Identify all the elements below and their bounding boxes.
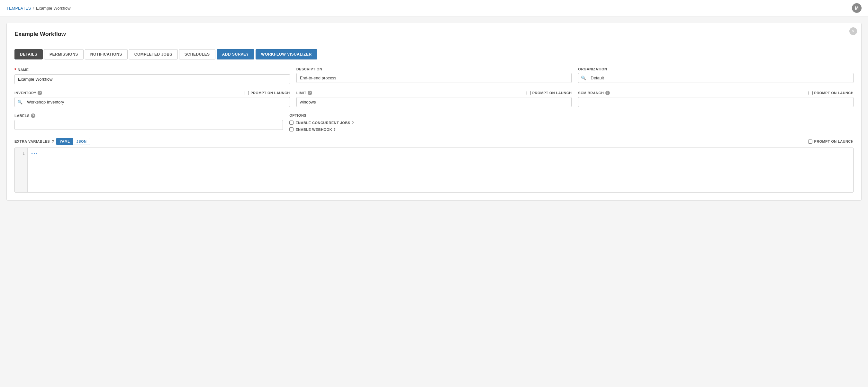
card-wrapper: Example Workflow × DETAILS PERMISSIONS N… bbox=[6, 23, 862, 200]
extra-vars-section: EXTRA VARIABLES ? YAML JSON PROMPT ON LA… bbox=[14, 138, 854, 193]
enable-webhook-checkbox[interactable] bbox=[289, 127, 293, 131]
tab-permissions[interactable]: PERMISSIONS bbox=[44, 49, 84, 60]
scm-branch-input[interactable] bbox=[578, 97, 854, 107]
breadcrumb: TEMPLATES / Example Workflow bbox=[6, 6, 70, 10]
breadcrumb-current: Example Workflow bbox=[36, 6, 70, 10]
options-section: ENABLE CONCURRENT JOBS ? ENABLE WEBHOOK … bbox=[289, 121, 854, 131]
main-content: Example Workflow × DETAILS PERMISSIONS N… bbox=[0, 17, 868, 207]
inventory-input[interactable] bbox=[25, 97, 290, 107]
limit-help-icon[interactable]: ? bbox=[308, 91, 312, 95]
extra-vars-prompt-checkbox[interactable] bbox=[808, 139, 812, 144]
scm-branch-prompt-checkbox[interactable] bbox=[808, 91, 813, 95]
enable-webhook-help-icon[interactable]: ? bbox=[333, 128, 336, 131]
inventory-prompt-label[interactable]: PROMPT ON LAUNCH bbox=[245, 91, 290, 95]
form-group-labels: LABELS ? bbox=[14, 114, 283, 131]
organization-label: ORGANIZATION bbox=[578, 67, 854, 71]
form-row-1: * NAME DESCRIPTION ORGANIZATION 🔍 bbox=[14, 67, 854, 84]
tab-add-survey[interactable]: ADD SURVEY bbox=[217, 49, 254, 60]
inventory-prompt-label-text: PROMPT ON LAUNCH bbox=[250, 91, 290, 95]
extra-vars-help-icon[interactable]: ? bbox=[52, 139, 54, 143]
labels-label: LABELS ? bbox=[14, 114, 283, 118]
labels-label-text: LABELS bbox=[14, 114, 30, 118]
organization-search-icon: 🔍 bbox=[578, 73, 589, 83]
line-number-1: 1 bbox=[18, 151, 25, 156]
organization-input-wrapper: 🔍 bbox=[578, 73, 854, 83]
inventory-label-text: INVENTORY bbox=[14, 91, 36, 95]
form-group-name: * NAME bbox=[14, 67, 290, 84]
name-required: * bbox=[14, 67, 17, 72]
tabs-bar: DETAILS PERMISSIONS NOTIFICATIONS COMPLE… bbox=[14, 49, 854, 60]
limit-input[interactable] bbox=[297, 97, 572, 107]
enable-webhook-label-text: ENABLE WEBHOOK bbox=[296, 128, 332, 131]
form-group-description: DESCRIPTION bbox=[297, 67, 572, 84]
extra-vars-label: EXTRA VARIABLES ? YAML JSON bbox=[14, 138, 90, 145]
form-group-inventory: INVENTORY ? PROMPT ON LAUNCH 🔍 bbox=[14, 91, 290, 107]
scm-branch-label-text: SCM BRANCH bbox=[578, 91, 604, 95]
tab-schedules[interactable]: SCHEDULES bbox=[179, 49, 215, 60]
breadcrumb-templates-link[interactable]: TEMPLATES bbox=[6, 6, 31, 10]
json-toggle-button[interactable]: JSON bbox=[73, 138, 90, 144]
enable-webhook-label[interactable]: ENABLE WEBHOOK ? bbox=[296, 128, 336, 131]
enable-concurrent-label[interactable]: ENABLE CONCURRENT JOBS ? bbox=[296, 121, 354, 125]
line-numbers: 1 bbox=[15, 148, 28, 192]
yaml-json-toggle: YAML JSON bbox=[56, 138, 90, 145]
extra-vars-label-text: EXTRA VARIABLES bbox=[14, 139, 50, 143]
name-label-text: NAME bbox=[18, 68, 29, 72]
enable-concurrent-row: ENABLE CONCURRENT JOBS ? bbox=[289, 121, 854, 125]
inventory-label: INVENTORY ? bbox=[14, 91, 42, 95]
name-label: * NAME bbox=[14, 67, 290, 72]
form-group-options: OPTIONS ENABLE CONCURRENT JOBS ? bbox=[289, 114, 854, 131]
form-group-limit: LIMIT ? PROMPT ON LAUNCH bbox=[297, 91, 572, 107]
description-input[interactable] bbox=[297, 73, 572, 83]
enable-concurrent-label-text: ENABLE CONCURRENT JOBS bbox=[296, 121, 350, 125]
name-input[interactable] bbox=[14, 74, 290, 84]
form-row-2: INVENTORY ? PROMPT ON LAUNCH 🔍 bbox=[14, 91, 854, 107]
code-content[interactable]: --- bbox=[28, 148, 853, 192]
limit-prompt-label[interactable]: PROMPT ON LAUNCH bbox=[527, 91, 572, 95]
form-section: * NAME DESCRIPTION ORGANIZATION 🔍 bbox=[14, 67, 854, 193]
enable-concurrent-checkbox[interactable] bbox=[289, 121, 293, 125]
avatar[interactable]: M bbox=[852, 3, 862, 13]
enable-concurrent-help-icon[interactable]: ? bbox=[352, 121, 354, 125]
scm-branch-label-row: SCM BRANCH ? PROMPT ON LAUNCH bbox=[578, 91, 854, 95]
labels-input[interactable] bbox=[14, 120, 283, 130]
labels-help-icon[interactable]: ? bbox=[31, 114, 35, 118]
enable-webhook-row: ENABLE WEBHOOK ? bbox=[289, 127, 854, 131]
limit-prompt-checkbox[interactable] bbox=[527, 91, 531, 95]
form-row-3: LABELS ? OPTIONS ENABLE CONCURRENT JOBS bbox=[14, 114, 854, 131]
extra-vars-header: EXTRA VARIABLES ? YAML JSON PROMPT ON LA… bbox=[14, 138, 854, 145]
top-bar: TEMPLATES / Example Workflow M bbox=[0, 0, 868, 17]
scm-branch-label: SCM BRANCH ? bbox=[578, 91, 610, 95]
inventory-search-icon: 🔍 bbox=[15, 97, 25, 107]
limit-label-text: LIMIT bbox=[297, 91, 306, 95]
card-title: Example Workflow bbox=[14, 31, 66, 38]
yaml-toggle-button[interactable]: YAML bbox=[56, 138, 73, 144]
inventory-prompt-checkbox[interactable] bbox=[245, 91, 249, 95]
organization-input[interactable] bbox=[589, 73, 853, 83]
tab-details[interactable]: DETAILS bbox=[14, 49, 43, 60]
card: Example Workflow × DETAILS PERMISSIONS N… bbox=[6, 23, 862, 200]
scm-branch-help-icon[interactable]: ? bbox=[606, 91, 610, 95]
inventory-help-icon[interactable]: ? bbox=[38, 91, 42, 95]
limit-prompt-label-text: PROMPT ON LAUNCH bbox=[532, 91, 572, 95]
scm-branch-prompt-label-text: PROMPT ON LAUNCH bbox=[814, 91, 854, 95]
form-group-scm-branch: SCM BRANCH ? PROMPT ON LAUNCH bbox=[578, 91, 854, 107]
inventory-label-row: INVENTORY ? PROMPT ON LAUNCH bbox=[14, 91, 290, 95]
limit-label: LIMIT ? bbox=[297, 91, 312, 95]
limit-label-row: LIMIT ? PROMPT ON LAUNCH bbox=[297, 91, 572, 95]
close-button[interactable]: × bbox=[849, 27, 857, 35]
breadcrumb-separator: / bbox=[33, 6, 34, 10]
inventory-input-wrapper: 🔍 bbox=[14, 97, 290, 107]
tab-workflow-visualizer[interactable]: WORKFLOW VISUALIZER bbox=[255, 49, 317, 60]
code-editor[interactable]: 1 --- bbox=[14, 148, 854, 193]
tab-notifications[interactable]: NOTIFICATIONS bbox=[85, 49, 128, 60]
options-title: OPTIONS bbox=[289, 114, 854, 117]
form-group-organization: ORGANIZATION 🔍 bbox=[578, 67, 854, 84]
tab-completed-jobs[interactable]: COMPLETED JOBS bbox=[129, 49, 178, 60]
extra-vars-prompt-label[interactable]: PROMPT ON LAUNCH bbox=[808, 139, 854, 144]
extra-vars-prompt-label-text: PROMPT ON LAUNCH bbox=[814, 139, 854, 143]
description-label: DESCRIPTION bbox=[297, 67, 572, 71]
scm-branch-prompt-label[interactable]: PROMPT ON LAUNCH bbox=[808, 91, 854, 95]
